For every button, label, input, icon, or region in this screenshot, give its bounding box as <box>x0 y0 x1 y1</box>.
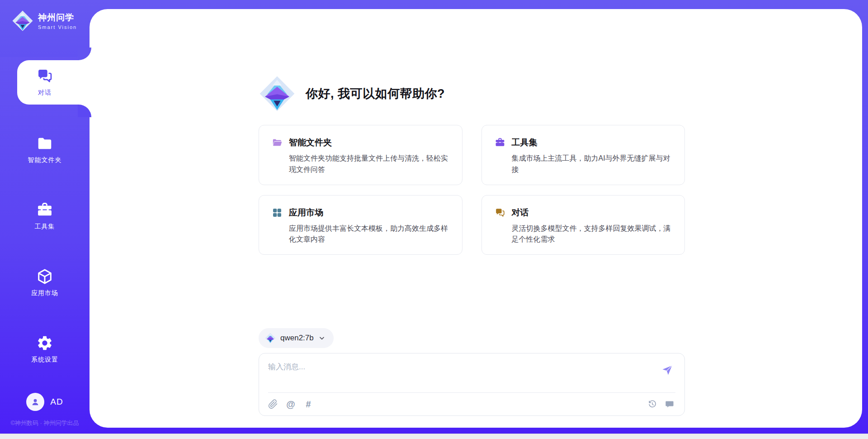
brand-name: 神州问学 <box>38 12 77 24</box>
card-title: 智能文件夹 <box>289 137 332 148</box>
attach-icon[interactable] <box>268 399 278 409</box>
card-smart-folder[interactable]: 智能文件夹 智能文件夹功能支持批量文件上传与清洗，轻松实现文件问答 <box>259 125 462 185</box>
model-selector[interactable]: qwen2:7b <box>259 328 334 348</box>
gear-icon <box>36 334 53 352</box>
hash-icon[interactable]: # <box>303 399 313 409</box>
greeting-block: 你好, 我可以如何帮助你? <box>259 75 685 113</box>
avatar <box>26 393 44 411</box>
mention-icon[interactable]: @ <box>286 399 296 409</box>
send-icon[interactable] <box>661 363 674 376</box>
card-chat[interactable]: 对话 灵活切换多模型文件，支持多样回复效果调试，满足个性化需求 <box>481 195 685 255</box>
sidebar-item-label: 工具集 <box>35 223 55 231</box>
card-description: 应用市场提供丰富长文本模板，助力高效生成多样化文章内容 <box>289 223 449 246</box>
folder-icon <box>36 135 53 152</box>
card-toolset[interactable]: 工具集 集成市场上主流工具，助力AI与外界无缝扩展与对接 <box>481 125 685 185</box>
cube-icon <box>36 268 53 285</box>
brand-diamond-icon <box>259 75 296 112</box>
sidebar-item-app-market[interactable]: 应用市场 <box>0 260 90 305</box>
sidebar-footer: ©神州数码 · 神州问学出品 <box>0 419 90 427</box>
brand-diamond-icon <box>12 10 33 32</box>
card-description: 灵活切换多模型文件，支持多样回复效果调试，满足个性化需求 <box>512 223 672 246</box>
chat-icon <box>495 207 505 218</box>
main-panel: 你好, 我可以如何帮助你? 智能文件夹 智能文件夹功能支持批量文件上传与清洗，轻… <box>90 9 862 428</box>
message-input-box: @ # <box>259 353 685 416</box>
sidebar-item-label: 应用市场 <box>31 289 58 297</box>
brand-subtitle: Smart Vision <box>38 24 77 30</box>
card-description: 集成市场上主流工具，助力AI与外界无缝扩展与对接 <box>512 153 672 176</box>
input-divider <box>268 392 675 393</box>
message-input[interactable] <box>268 362 648 388</box>
user-initials: AD <box>50 397 63 407</box>
feature-cards: 智能文件夹 智能文件夹功能支持批量文件上传与清洗，轻松实现文件问答 工具集 集成… <box>259 125 685 255</box>
toolbox-icon <box>495 137 505 148</box>
sidebar-item-smart-folder[interactable]: 智能文件夹 <box>0 127 90 172</box>
grid-icon <box>272 207 283 218</box>
history-icon[interactable] <box>647 399 657 409</box>
user-row[interactable]: AD <box>0 393 90 411</box>
sidebar-item-toolset[interactable]: 工具集 <box>0 193 90 239</box>
model-name: qwen2:7b <box>280 334 314 343</box>
person-icon <box>30 396 41 407</box>
sidebar-item-label: 智能文件夹 <box>28 156 62 164</box>
model-logo-icon <box>265 333 276 344</box>
card-description: 智能文件夹功能支持批量文件上传与清洗，轻松实现文件问答 <box>289 153 449 176</box>
desktop-edge-strip <box>0 434 868 439</box>
folder-open-icon <box>272 137 283 148</box>
composer: qwen2:7b @ # <box>259 328 685 416</box>
toolbox-icon <box>36 201 53 219</box>
sidebar-item-settings[interactable]: 系统设置 <box>0 326 90 372</box>
card-title: 对话 <box>512 207 529 219</box>
sidebar-item-label: 系统设置 <box>31 356 58 364</box>
card-app-market[interactable]: 应用市场 应用市场提供丰富长文本模板，助力高效生成多样化文章内容 <box>259 195 462 255</box>
chevron-down-icon <box>318 334 326 342</box>
brand: 神州问学 Smart Vision <box>12 10 77 32</box>
card-title: 工具集 <box>512 137 538 148</box>
sidebar-item-chat[interactable]: 对话 <box>0 60 90 105</box>
sidebar-item-label: 对话 <box>38 89 52 97</box>
card-title: 应用市场 <box>289 207 323 219</box>
sidebar: 神州问学 Smart Vision 对话 智能文件夹 工具集 应用市场 系统设置 <box>0 0 90 434</box>
chat-icon <box>36 67 53 85</box>
greeting-title: 你好, 我可以如何帮助你? <box>306 86 445 102</box>
feedback-icon[interactable] <box>665 399 675 409</box>
